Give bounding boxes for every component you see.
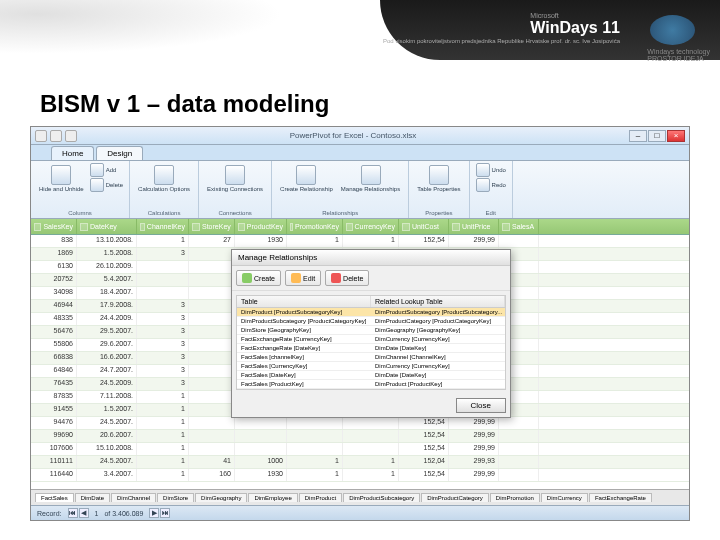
sheet-tab[interactable]: DimStore xyxy=(157,493,194,502)
column-header[interactable]: CurrencyKey xyxy=(343,219,399,234)
record-label: Record: xyxy=(37,510,62,517)
table-row[interactable]: 1164403.4.2007.1160193011152,54299,99 xyxy=(31,469,689,482)
banner-swoosh xyxy=(0,0,380,70)
delete-column-button[interactable]: Delete xyxy=(90,178,123,192)
redo-button[interactable]: Redo xyxy=(476,178,506,192)
first-record-button[interactable]: ⏮ xyxy=(68,508,78,518)
data-grid: SalesKeyDateKeyChannelKeyStoreKeyProduct… xyxy=(31,219,689,489)
dialog-title: Manage Relationships xyxy=(232,250,510,266)
sheet-tab[interactable]: DimEmployee xyxy=(248,493,297,502)
banner-subtext: Pod visokim pokroviteljstvom predsjednik… xyxy=(383,38,620,44)
powerpivot-window: PowerPivot for Excel - Contoso.xlsx – □ … xyxy=(30,126,690,521)
qat-button[interactable] xyxy=(35,130,47,142)
hide-unhide-button[interactable]: Hide and Unhide xyxy=(37,163,86,195)
column-header[interactable]: UnitPrice xyxy=(449,219,499,234)
sheet-tab[interactable]: FactSales xyxy=(35,493,74,502)
relationship-row[interactable]: FactExchangeRate [CurrencyKey]DimCurrenc… xyxy=(237,335,505,344)
sheet-tab[interactable]: DimPromotion xyxy=(490,493,540,502)
column-header[interactable]: UnitCost xyxy=(399,219,449,234)
qat-button[interactable] xyxy=(50,130,62,142)
undo-button[interactable]: Undo xyxy=(476,163,506,177)
minimize-button[interactable]: – xyxy=(629,130,647,142)
manage-rel-icon xyxy=(361,165,381,185)
create-icon xyxy=(242,273,252,283)
relationship-row[interactable]: FactSales [ProductKey]DimProduct [Produc… xyxy=(237,380,505,389)
ribbon-group-prop: Table Properties Properties xyxy=(409,161,469,218)
window-title: PowerPivot for Excel - Contoso.xlsx xyxy=(77,131,629,140)
tab-design[interactable]: Design xyxy=(96,146,143,160)
banner: Microsoft WinDays 11 Pod visokim pokrovi… xyxy=(0,0,720,80)
last-record-button[interactable]: ⏭ xyxy=(160,508,170,518)
banner-tech: Windays technologyPROSTOR IDEJA xyxy=(647,48,710,62)
relationship-row[interactable]: DimProductSubcategory [ProductCategoryKe… xyxy=(237,317,505,326)
table-row[interactable]: 11011124.5.2007.141100011152,04299,93 xyxy=(31,456,689,469)
delete-icon xyxy=(331,273,341,283)
table-row[interactable]: 9969020.6.2007.1152,54299,99 xyxy=(31,430,689,443)
titlebar: PowerPivot for Excel - Contoso.xlsx – □ … xyxy=(31,127,689,145)
create-rel-icon xyxy=(296,165,316,185)
table-properties-button[interactable]: Table Properties xyxy=(415,163,462,195)
column-header[interactable]: ProductKey xyxy=(235,219,287,234)
ribbon-tabs: Home Design xyxy=(31,145,689,161)
ribbon-group-conn: Existing Connections Connections xyxy=(199,161,272,218)
delete-button[interactable]: Delete xyxy=(325,270,369,286)
close-dialog-button[interactable]: Close xyxy=(456,398,506,413)
qat-button[interactable] xyxy=(65,130,77,142)
relationship-row[interactable]: DimStore [GeographyKey]DimGeography [Geo… xyxy=(237,326,505,335)
sheet-tab[interactable]: DimGeography xyxy=(195,493,247,502)
prev-record-button[interactable]: ◀ xyxy=(79,508,89,518)
edit-icon xyxy=(291,273,301,283)
cloud-icon xyxy=(650,15,695,45)
relationship-row[interactable]: FactSales [channelKey]DimChannel [Channe… xyxy=(237,353,505,362)
props-icon xyxy=(429,165,449,185)
conn-icon xyxy=(225,165,245,185)
column-header[interactable]: PromotionKey xyxy=(287,219,343,234)
sheet-tab[interactable]: DimDate xyxy=(75,493,110,502)
sheet-tab[interactable]: DimChannel xyxy=(111,493,156,502)
manage-relationships-dialog: Manage Relationships Create Edit Delete … xyxy=(231,249,511,418)
relationship-row[interactable]: FactSales [DateKey]DimDate [DateKey] xyxy=(237,371,505,380)
relationship-row[interactable]: FactExchangeRate [DateKey]DimDate [DateK… xyxy=(237,344,505,353)
ribbon-group-columns: Hide and Unhide Add Delete Columns xyxy=(31,161,130,218)
existing-connections-button[interactable]: Existing Connections xyxy=(205,163,265,195)
sheet-tab[interactable]: DimProductCategory xyxy=(421,493,489,502)
dialog-footer: Close xyxy=(232,394,510,417)
column-header[interactable]: SalesA xyxy=(499,219,539,234)
edit-button[interactable]: Edit xyxy=(285,270,321,286)
table-row[interactable]: 83813.10.2008.127193011152,54299,99 xyxy=(31,235,689,248)
tab-home[interactable]: Home xyxy=(51,146,94,160)
banner-dark: Microsoft WinDays 11 Pod visokim pokrovi… xyxy=(380,0,720,60)
column-header[interactable]: ChannelKey xyxy=(137,219,189,234)
create-button[interactable]: Create xyxy=(236,270,281,286)
column-header[interactable]: SalesKey xyxy=(31,219,77,234)
ribbon-group-edit: Undo Redo Edit xyxy=(470,161,513,218)
manage-relationships-button[interactable]: Manage Relationships xyxy=(339,163,402,195)
delete-icon xyxy=(90,178,104,192)
sheet-tab[interactable]: DimCurrency xyxy=(541,493,588,502)
calc-icon xyxy=(154,165,174,185)
relationships-list[interactable]: TableRelated Lookup Table DimProduct [Pr… xyxy=(236,295,506,390)
add-icon xyxy=(90,163,104,177)
table-row[interactable]: 9447624.5.2007.1152,54299,99 xyxy=(31,417,689,430)
sheet-tab[interactable]: DimProduct xyxy=(299,493,342,502)
sheet-tab[interactable]: FactExchangeRate xyxy=(589,493,652,502)
ribbon-group-calc: Calculation Options Calculations xyxy=(130,161,199,218)
dialog-toolbar: Create Edit Delete xyxy=(232,266,510,291)
column-header[interactable]: StoreKey xyxy=(189,219,235,234)
relationship-row[interactable]: FactSales [CurrencyKey]DimCurrency [Curr… xyxy=(237,362,505,371)
maximize-button[interactable]: □ xyxy=(648,130,666,142)
close-button[interactable]: × xyxy=(667,130,685,142)
column-header[interactable]: DateKey xyxy=(77,219,137,234)
sheet-tabs: FactSalesDimDateDimChannelDimStoreDimGeo… xyxy=(31,489,689,505)
grid-header: SalesKeyDateKeyChannelKeyStoreKeyProduct… xyxy=(31,219,689,235)
create-relationship-button[interactable]: Create Relationship xyxy=(278,163,335,195)
ribbon-group-rel: Create Relationship Manage Relationships… xyxy=(272,161,409,218)
next-record-button[interactable]: ▶ xyxy=(149,508,159,518)
hide-icon xyxy=(51,165,71,185)
relationship-row[interactable]: DimProduct [ProductSubcategoryKey]DimPro… xyxy=(237,308,505,317)
sheet-tab[interactable]: DimProductSubcategory xyxy=(343,493,420,502)
calc-options-button[interactable]: Calculation Options xyxy=(136,163,192,195)
table-row[interactable]: 10760615.10.2008.1152,54299,99 xyxy=(31,443,689,456)
add-column-button[interactable]: Add xyxy=(90,163,123,177)
quick-access-toolbar xyxy=(35,130,77,142)
